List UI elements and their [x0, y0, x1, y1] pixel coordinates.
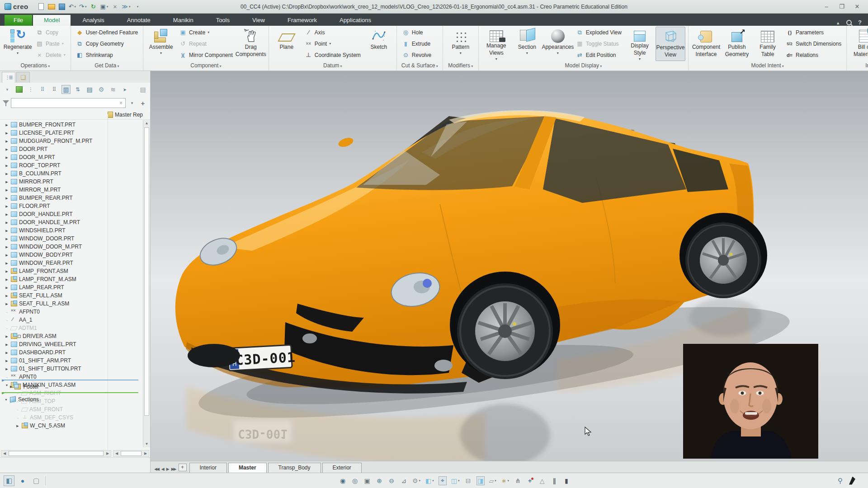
expand-arrow-icon[interactable]: [5, 123, 9, 127]
view-normal-icon[interactable]: [439, 476, 447, 485]
expand-arrow-icon[interactable]: [15, 416, 20, 420]
ribbon-tab[interactable]: Framework: [277, 15, 328, 26]
representation-tab[interactable]: Exterior: [322, 463, 362, 473]
saved-orientations-icon[interactable]: [412, 476, 421, 485]
model-intent-group-label[interactable]: Model Intent: [691, 61, 844, 70]
footer-node[interactable]: ▶ Footer: [0, 382, 143, 391]
tree-sort-filter-icon[interactable]: [73, 85, 82, 94]
tree-item[interactable]: BUMPER_REAR.PRT: [0, 194, 143, 202]
annotation-pen-icon[interactable]: [849, 477, 855, 485]
tree-item[interactable]: DOOR_HANDLE_M.PRT: [0, 218, 143, 226]
spin-center-icon[interactable]: [526, 476, 534, 485]
expand-arrow-icon[interactable]: [5, 351, 9, 355]
expand-arrow-icon[interactable]: [5, 164, 9, 168]
tree-item[interactable]: LAMP_FRONT_M.ASM: [0, 275, 143, 283]
expand-arrow-icon[interactable]: [5, 180, 9, 184]
layer-visibility-icon[interactable]: [351, 476, 359, 485]
toggle-status-button[interactable]: Toggle Status: [574, 38, 624, 49]
last-tab-icon[interactable]: ▶▶: [171, 467, 176, 471]
tree-item[interactable]: LAMP_REAR.PRT: [0, 283, 143, 291]
tree-item[interactable]: ASM_DEF_CSYS: [0, 413, 143, 422]
resume-icon[interactable]: [121, 2, 131, 11]
expand-arrow-icon[interactable]: [5, 139, 9, 143]
regenerate-button[interactable]: Regenerate: [3, 27, 33, 61]
regenerate-icon[interactable]: [89, 2, 98, 11]
expand-arrow-icon[interactable]: [5, 286, 9, 290]
scrollbar-thumb[interactable]: [144, 127, 149, 416]
display-style-button[interactable]: Display Style: [625, 27, 655, 61]
tree-filter-input[interactable]: [13, 100, 118, 106]
show-model-icon[interactable]: [14, 85, 24, 94]
display-style-icon[interactable]: [425, 476, 434, 485]
delete-button[interactable]: Delete: [33, 49, 68, 61]
pause-icon[interactable]: [550, 476, 558, 485]
tree-item[interactable]: ADTM1: [0, 324, 143, 332]
tree-item[interactable]: W_CN_5.ASM: [0, 422, 143, 430]
scroll-down-icon[interactable]: ▼: [143, 441, 150, 447]
undo-icon[interactable]: [68, 2, 77, 11]
hole-button[interactable]: Hole: [400, 27, 434, 38]
collapse-arrow-icon[interactable]: ▼: [5, 398, 8, 401]
tree-item[interactable]: LICENSE_PLATE.PRT: [0, 129, 143, 137]
close-icon[interactable]: [110, 2, 119, 11]
user-defined-feature-button[interactable]: User-Defined Feature: [74, 27, 140, 38]
expand-arrow-icon[interactable]: [5, 155, 9, 160]
minimize-button[interactable]: –: [820, 2, 833, 11]
family-table-button[interactable]: Family Table: [753, 27, 783, 61]
ribbon-tab[interactable]: Model: [33, 15, 71, 26]
restore-button[interactable]: ❐: [835, 2, 848, 11]
copy-button[interactable]: Copy: [33, 27, 68, 38]
zoom-region-icon[interactable]: [363, 476, 371, 485]
tree-item[interactable]: WINDSHIELD.PRT: [0, 226, 143, 235]
next-tab-icon[interactable]: ▶: [166, 467, 169, 471]
ribbon-tab[interactable]: Tools: [205, 15, 241, 26]
assemble-button[interactable]: Assemble: [146, 27, 176, 61]
component-interface-button[interactable]: Component Interface: [691, 27, 721, 61]
parameters-button[interactable]: Parameters: [783, 27, 844, 38]
tree-item[interactable]: SEAT_FULL.ASM: [0, 291, 143, 300]
tree-item[interactable]: DOOR_HANDLE.PRT: [0, 210, 143, 218]
tree-item[interactable]: DRIVER.ASM: [0, 332, 143, 340]
zoom-out-icon[interactable]: [387, 476, 396, 485]
tree-item[interactable]: AA_1: [0, 316, 143, 324]
expand-arrow-icon[interactable]: [5, 212, 9, 216]
tree-item[interactable]: WINDOW_DOOR_M.PRT: [0, 243, 143, 251]
expand-arrow-icon[interactable]: [15, 408, 20, 412]
expand-arrow-icon[interactable]: [5, 343, 9, 347]
add-filter-icon[interactable]: +: [138, 99, 147, 108]
ribbon-tab[interactable]: Analysis: [71, 15, 115, 26]
tree-item[interactable]: MIRROR_M.PRT: [0, 186, 143, 194]
tree-bookmark-icon[interactable]: [85, 85, 94, 94]
lock-view-icon[interactable]: [464, 476, 472, 485]
coordinate-system-button[interactable]: Coordinate System: [302, 49, 363, 61]
model-display-group-label[interactable]: Model Display: [481, 61, 685, 70]
3d-drag-icon[interactable]: [838, 477, 843, 485]
get-data-group-label[interactable]: Get Data: [74, 61, 140, 70]
exploded-view-button[interactable]: Exploded View: [574, 27, 624, 38]
expand-arrow-icon[interactable]: [5, 261, 9, 265]
tree-item[interactable]: MUDGUARD_FRONT_M.PRT: [0, 137, 143, 145]
expand-arrow-icon[interactable]: [5, 196, 9, 200]
tree-select-icon[interactable]: [120, 85, 129, 94]
shrinkwrap-button[interactable]: Shrinkwrap: [74, 49, 140, 61]
search-icon[interactable]: [846, 20, 852, 25]
tree-more-icon[interactable]: [26, 85, 35, 94]
appearances-button[interactable]: Appearances: [543, 27, 573, 61]
column-hscrollbar[interactable]: ◀▶: [113, 450, 149, 457]
mirror-component-button[interactable]: Mirror Component: [177, 49, 235, 61]
tree-item[interactable]: DASHBOARD.PRT: [0, 348, 143, 357]
visibility-icon[interactable]: [339, 476, 347, 485]
expand-arrow-icon[interactable]: [5, 237, 9, 241]
open-icon[interactable]: [47, 2, 56, 11]
help-icon[interactable]: [858, 19, 862, 26]
paste-button[interactable]: Paste: [33, 38, 68, 49]
investigate-group-label[interactable]: Investigate: [849, 61, 868, 70]
expand-arrow-icon[interactable]: ▶: [10, 385, 12, 389]
expand-arrow-icon[interactable]: [5, 302, 9, 306]
point-button[interactable]: Point: [302, 38, 363, 49]
tree-settings-icon[interactable]: [97, 85, 106, 94]
tree-item[interactable]: BUMPER_FRONT.PRT: [0, 121, 143, 129]
new-file-icon[interactable]: [37, 2, 46, 11]
shaded-view-icon[interactable]: [476, 476, 485, 485]
first-tab-icon[interactable]: ◀◀: [154, 467, 159, 471]
